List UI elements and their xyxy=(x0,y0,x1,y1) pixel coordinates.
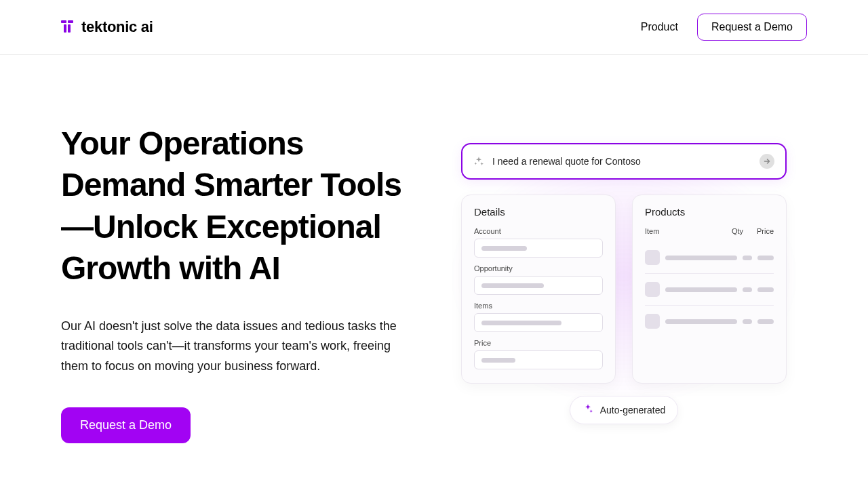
hero-subhead: Our AI doesn't just solve the data issue… xyxy=(61,317,407,377)
product-qty-placeholder xyxy=(743,319,752,324)
field-box-price xyxy=(474,350,603,369)
brand-name: tektonic ai xyxy=(81,18,153,36)
product-row xyxy=(645,306,774,337)
site-header: tektonic ai Product Request a Demo xyxy=(0,0,868,55)
ai-prompt-text: I need a renewal quote for Contoso xyxy=(492,156,751,167)
field-label-account: Account xyxy=(474,227,603,235)
product-name-placeholder xyxy=(665,319,737,324)
field-label-price: Price xyxy=(474,339,603,347)
panels-row: Details Account Opportunity Items Price … xyxy=(461,195,787,384)
product-name-placeholder xyxy=(665,287,737,292)
brand-logo[interactable]: tektonic ai xyxy=(61,18,153,36)
sparkle-icon xyxy=(473,156,484,167)
field-label-opportunity: Opportunity xyxy=(474,264,603,272)
product-price-placeholder xyxy=(757,287,774,292)
details-panel-title: Details xyxy=(474,206,603,218)
auto-generated-label: Auto-generated xyxy=(600,405,666,415)
svg-rect-0 xyxy=(61,20,66,23)
svg-rect-3 xyxy=(68,24,71,33)
products-col-item: Item xyxy=(645,227,726,235)
field-box-items xyxy=(474,313,603,332)
products-header-row: Item Qty Price xyxy=(645,227,774,235)
illustration-stack: I need a renewal quote for Contoso Detai… xyxy=(461,143,787,443)
products-panel: Products Item Qty Price xyxy=(632,195,787,384)
product-thumb-placeholder xyxy=(645,282,660,297)
auto-generated-badge: Auto-generated xyxy=(570,396,679,424)
products-col-qty: Qty xyxy=(732,227,748,235)
products-col-price: Price xyxy=(753,227,774,235)
svg-rect-1 xyxy=(68,20,73,23)
hero-illustration: I need a renewal quote for Contoso Detai… xyxy=(441,123,807,443)
field-box-account xyxy=(474,239,603,258)
product-price-placeholder xyxy=(757,256,774,260)
product-qty-placeholder xyxy=(743,287,752,292)
products-panel-title: Products xyxy=(645,206,774,218)
product-row xyxy=(645,242,774,274)
brand-logo-icon xyxy=(61,20,75,34)
product-price-placeholder xyxy=(757,319,774,324)
hero-request-demo-button[interactable]: Request a Demo xyxy=(61,407,191,443)
nav-request-demo-button[interactable]: Request a Demo xyxy=(697,14,807,41)
sparkle-icon xyxy=(583,403,593,417)
top-nav: Product Request a Demo xyxy=(641,14,807,41)
details-panel: Details Account Opportunity Items Price xyxy=(461,195,616,384)
hero-headline: Your Operations Demand Smarter Tools—Unl… xyxy=(61,123,414,289)
nav-link-product[interactable]: Product xyxy=(641,21,678,33)
field-box-opportunity xyxy=(474,276,603,295)
submit-arrow-icon xyxy=(760,154,774,169)
field-label-items: Items xyxy=(474,302,603,310)
product-thumb-placeholder xyxy=(645,314,660,329)
product-thumb-placeholder xyxy=(645,250,660,265)
product-row xyxy=(645,274,774,306)
product-qty-placeholder xyxy=(743,256,752,260)
hero-section: Your Operations Demand Smarter Tools—Unl… xyxy=(0,55,868,443)
product-name-placeholder xyxy=(665,256,737,260)
ai-prompt-bar: I need a renewal quote for Contoso xyxy=(461,143,787,180)
hero-copy: Your Operations Demand Smarter Tools—Unl… xyxy=(61,123,414,443)
svg-rect-2 xyxy=(64,24,66,33)
